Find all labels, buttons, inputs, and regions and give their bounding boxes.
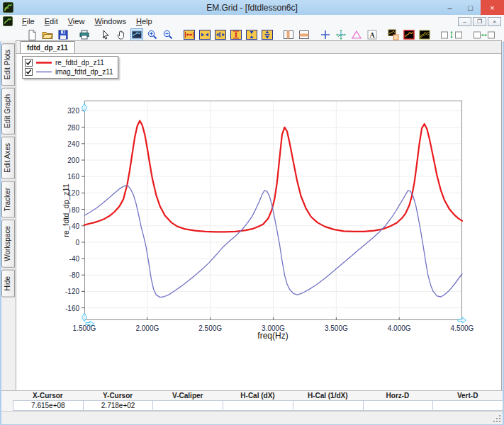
select-cursor-icon[interactable] — [99, 28, 112, 41]
readout-value — [223, 400, 293, 411]
x-axis-label: freq(Hz) — [202, 331, 344, 341]
text-label-icon[interactable]: A — [366, 28, 379, 41]
legend-entry: imag_fdtd_dp_z11 — [25, 67, 113, 76]
readout-header-v-caliper: V-Caliper — [152, 391, 223, 400]
mdi-window-controls: –❐× — [458, 17, 501, 26]
add-marker-icon[interactable] — [319, 28, 332, 41]
status-bar — [1, 411, 503, 424]
mdi-close-button[interactable]: × — [488, 17, 501, 26]
x-tick-label: 1.500G — [67, 324, 102, 332]
x-tick-label: 4.500G — [444, 324, 480, 332]
mdi-minimize-button[interactable]: – — [458, 17, 471, 26]
menu-file[interactable]: File — [17, 16, 40, 26]
tracker-crosshair-icon[interactable] — [335, 28, 347, 41]
draw-triangle-icon[interactable] — [350, 28, 363, 41]
readout-header-horz-d: Horz-D — [363, 391, 433, 400]
pan-hand-icon[interactable] — [115, 28, 128, 41]
y-tick-label: 0 — [55, 239, 79, 246]
x-tick-label: 4.000G — [381, 324, 417, 332]
legend-checkbox[interactable] — [25, 68, 33, 76]
save-icon[interactable] — [57, 28, 69, 41]
menu-items: FileEditViewWindowsHelp — [17, 16, 157, 26]
invert-colors-icon[interactable] — [403, 28, 415, 41]
sidebar-tab-tracker[interactable]: Tracker — [1, 181, 15, 218]
y-tick-label: -80 — [55, 271, 79, 279]
new-document-icon[interactable] — [26, 28, 38, 41]
menu-edit[interactable]: Edit — [40, 16, 63, 26]
v-zoom-out-icon[interactable] — [245, 28, 258, 41]
legend-line-sample — [35, 58, 52, 67]
y-tick-label: -40 — [55, 255, 79, 263]
y-tick-label: 280 — [55, 124, 79, 132]
h-expand-icon[interactable] — [183, 28, 196, 41]
y-tick-label: 200 — [55, 157, 79, 164]
y-tick-label: -120 — [55, 288, 79, 295]
app-window: EM.Grid - [fdtdlesson6c] –□× FileEditVie… — [0, 0, 504, 425]
legend-entry: re_fdtd_dp_z11 — [25, 58, 113, 67]
menu-windows[interactable]: Windows — [89, 16, 131, 26]
readout-value: 2.718e+02 — [83, 400, 154, 411]
legend-line-sample — [35, 67, 52, 76]
readout-header-y-cursor: Y-Cursor — [83, 391, 153, 400]
x-tick-label: 2.000G — [130, 324, 165, 332]
toolbar: ALayout▼ — [0, 28, 504, 42]
plot-panel: fdtd_dp_z11 re_fdtd_dp_z11imag_fdtd_dp_z… — [16, 40, 502, 390]
tab-fdtd-dp-z11[interactable]: fdtd_dp_z11 — [20, 41, 75, 53]
readout-value-row: 7.615e+082.718e+02 — [1, 400, 503, 411]
y-tick-label: 120 — [55, 189, 79, 197]
sidebar-tab-edit-axes[interactable]: Edit Axes — [1, 137, 15, 179]
open-folder-icon[interactable] — [41, 28, 54, 41]
menu-bar: FileEditViewWindowsHelp –❐× — [0, 15, 504, 28]
resize-grip[interactable] — [493, 414, 501, 423]
equal-width-icon[interactable] — [472, 28, 496, 41]
plot-area[interactable] — [84, 101, 462, 320]
sidebar-tab-edit-plots[interactable]: Edit Plots — [1, 43, 15, 86]
y-tick-label: 240 — [55, 140, 79, 148]
plot-legend: re_fdtd_dp_z11imag_fdtd_dp_z11 — [22, 56, 118, 79]
overlay-traces-icon[interactable] — [418, 28, 431, 41]
split-vertical-icon[interactable] — [282, 28, 295, 41]
title-bar: EM.Grid - [fdtdlesson6c] –□× — [0, 0, 504, 16]
mdi-document-icon — [3, 16, 13, 26]
chart-svg[interactable] — [84, 101, 462, 320]
maximize-button[interactable]: □ — [460, 0, 481, 15]
plot-canvas[interactable]: re_fdtd_dp_z11imag_fdtd_dp_z11 re_fdtd_d… — [16, 54, 501, 390]
y-tick-label: 320 — [55, 107, 79, 115]
readout-value: 7.615e+08 — [13, 400, 84, 411]
readout-value — [432, 400, 503, 411]
axis-handle-bottom-left[interactable] — [82, 313, 87, 322]
y-tick-label: -160 — [55, 305, 79, 312]
main-area: Edit PlotsEdit GraphEdit AxesTrackerWork… — [1, 40, 503, 412]
readout-value — [363, 400, 434, 411]
close-button[interactable]: × — [481, 0, 504, 15]
svg-text:A: A — [369, 30, 375, 38]
zoom-out-icon[interactable] — [162, 28, 174, 41]
h-fit-icon[interactable] — [214, 28, 227, 41]
window-title: EM.Grid - [fdtdlesson6c] — [0, 3, 504, 13]
h-zoom-out-icon[interactable] — [198, 28, 211, 41]
print-icon[interactable] — [78, 28, 91, 41]
menu-view[interactable]: View — [63, 16, 90, 26]
axis-handle-bottom-right[interactable] — [458, 317, 466, 323]
sidebar-tab-hide[interactable]: Hide — [1, 270, 15, 298]
sidebar-tab-edit-graph[interactable]: Edit Graph — [1, 88, 15, 135]
split-horizontal-icon[interactable] — [298, 28, 310, 41]
legend-checkbox[interactable] — [25, 59, 33, 67]
sidebar-tab-workspace[interactable]: Workspace — [1, 220, 15, 268]
copy-plot-icon[interactable] — [387, 28, 400, 41]
sidebar-tab-strip: Edit PlotsEdit GraphEdit AxesTrackerWork… — [1, 43, 16, 298]
menu-help[interactable]: Help — [131, 16, 157, 26]
readout-value — [152, 400, 223, 411]
zoom-box-icon[interactable] — [130, 28, 143, 41]
window-controls: –□× — [439, 0, 504, 15]
mdi-restore-button[interactable]: ❐ — [473, 17, 486, 26]
legend-label: imag_fdtd_dp_z11 — [55, 68, 113, 76]
readout-header-row: X-CursorY-CursorV-CaliperH-Cal (dX)H-Cal… — [1, 391, 503, 400]
readout-header-h-cal-1-dx-: H-Cal (1/dX) — [293, 391, 363, 400]
document-tab-bar: fdtd_dp_z11 — [16, 41, 501, 54]
v-expand-icon[interactable] — [230, 28, 242, 41]
zoom-in-icon[interactable] — [146, 28, 159, 41]
minimize-button[interactable]: – — [439, 0, 460, 15]
v-fit-icon[interactable] — [261, 28, 274, 41]
equal-height-icon[interactable] — [439, 28, 464, 41]
